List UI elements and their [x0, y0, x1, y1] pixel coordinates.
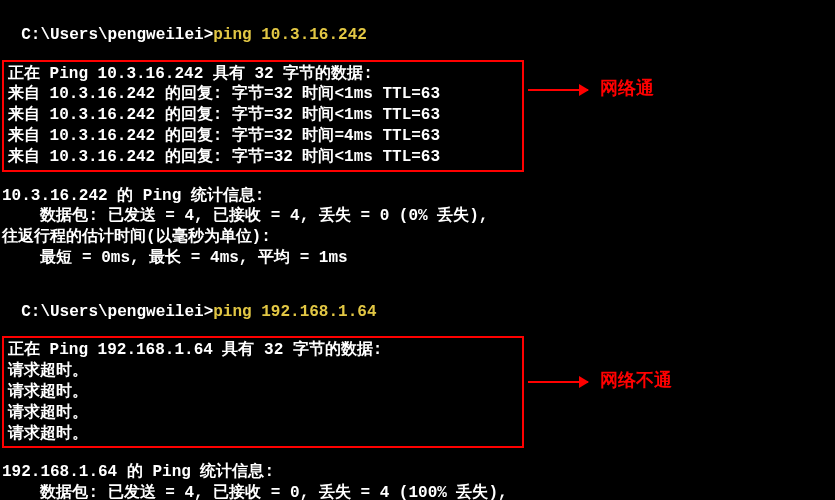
ping-timeout: 请求超时。: [8, 403, 518, 424]
stats-title: 192.168.1.64 的 Ping 统计信息:: [2, 462, 833, 483]
ping-reply: 来自 10.3.16.242 的回复: 字节=32 时间<1ms TTL=63: [8, 147, 518, 168]
annotation-success: 网络通: [528, 78, 654, 101]
ping-timeout: 请求超时。: [8, 382, 518, 403]
stats-rtt-title: 往返行程的估计时间(以毫秒为单位):: [2, 227, 833, 248]
ping-timeout: 请求超时。: [8, 424, 518, 445]
stats-packets: 数据包: 已发送 = 4, 已接收 = 4, 丢失 = 0 (0% 丢失),: [2, 206, 833, 227]
command-text: ping 192.168.1.64: [213, 303, 376, 321]
ping-header: 正在 Ping 192.168.1.64 具有 32 字节的数据:: [8, 340, 518, 361]
arrow-icon: [528, 381, 588, 383]
annotation-label: 网络不通: [600, 370, 672, 393]
annotation-label: 网络通: [600, 78, 654, 101]
prompt-path: C:\Users\pengweilei: [21, 26, 203, 44]
arrow-icon: [528, 89, 588, 91]
stats-rtt: 最短 = 0ms, 最长 = 4ms, 平均 = 1ms: [2, 248, 833, 269]
prompt-separator: >: [204, 303, 214, 321]
prompt-path: C:\Users\pengweilei: [21, 303, 203, 321]
stats-title: 10.3.16.242 的 Ping 统计信息:: [2, 186, 833, 207]
stats-packets: 数据包: 已发送 = 4, 已接收 = 0, 丢失 = 4 (100% 丢失),: [2, 483, 833, 500]
ping-fail-box: 正在 Ping 192.168.1.64 具有 32 字节的数据: 请求超时。 …: [2, 336, 524, 448]
ping-reply: 来自 10.3.16.242 的回复: 字节=32 时间<1ms TTL=63: [8, 84, 518, 105]
ping-timeout: 请求超时。: [8, 361, 518, 382]
prompt-line-1[interactable]: C:\Users\pengweilei>ping 10.3.16.242: [2, 4, 833, 46]
ping-reply: 来自 10.3.16.242 的回复: 字节=32 时间=4ms TTL=63: [8, 126, 518, 147]
command-text: ping 10.3.16.242: [213, 26, 367, 44]
prompt-separator: >: [204, 26, 214, 44]
ping-success-box: 正在 Ping 10.3.16.242 具有 32 字节的数据: 来自 10.3…: [2, 60, 524, 172]
annotation-fail: 网络不通: [528, 370, 672, 393]
prompt-line-2[interactable]: C:\Users\pengweilei>ping 192.168.1.64: [2, 281, 833, 323]
ping-reply: 来自 10.3.16.242 的回复: 字节=32 时间<1ms TTL=63: [8, 105, 518, 126]
ping-header: 正在 Ping 10.3.16.242 具有 32 字节的数据:: [8, 64, 518, 85]
